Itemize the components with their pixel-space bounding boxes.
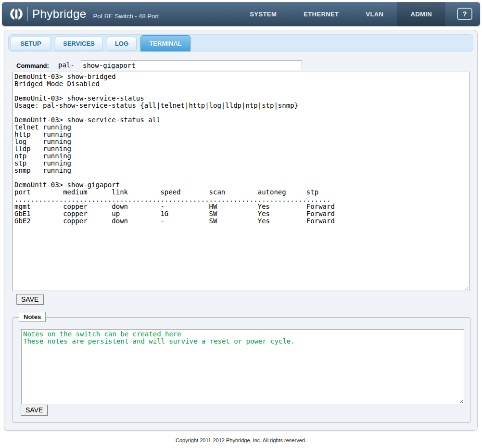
phybridge-logo-icon xyxy=(9,6,24,22)
command-input[interactable] xyxy=(81,60,302,70)
nav-menu: SYSTEM ETHERNET VLAN ADMIN ? xyxy=(236,2,480,26)
terminal-output-textarea[interactable]: DemoUnit-03> show-bridged Bridged Mode D… xyxy=(13,72,469,291)
nav-item-admin[interactable]: ADMIN xyxy=(397,2,445,26)
nav-item-ethernet[interactable]: ETHERNET xyxy=(290,2,352,26)
footer-copyright: Copyright 2011-2012 Phybridge, Inc. All … xyxy=(0,431,482,443)
nav-item-label: VLAN xyxy=(366,11,383,18)
tab-label: SERVICES xyxy=(63,40,95,47)
tab-label: TERMINAL xyxy=(149,40,181,47)
nav-item-label: ETHERNET xyxy=(304,11,339,18)
save-notes-button[interactable]: SAVE xyxy=(21,405,48,415)
nav-item-label: SYSTEM xyxy=(250,11,277,18)
save-command-button[interactable]: SAVE xyxy=(16,294,43,305)
brand-divider xyxy=(27,7,28,21)
notes-textarea[interactable]: Notes on the switch can be created here … xyxy=(21,329,464,404)
question-mark-icon: ? xyxy=(463,10,467,18)
brand-name: Phybridge xyxy=(32,7,87,21)
command-prefix: pal- xyxy=(58,61,75,69)
notes-legend: Notes xyxy=(19,312,46,322)
tab-label: LOG xyxy=(115,40,128,47)
tab-label: SETUP xyxy=(20,40,41,47)
help-button[interactable]: ? xyxy=(457,8,472,20)
command-label: Command: xyxy=(16,62,49,69)
nav-item-system[interactable]: SYSTEM xyxy=(236,2,290,26)
brand: Phybridge PoLRE Switch - 48 Port xyxy=(2,2,159,26)
tab-strip: SETUP SERVICES LOG TERMINAL xyxy=(8,34,473,51)
tab-services[interactable]: SERVICES xyxy=(55,37,103,51)
device-subtitle: PoLRE Switch - 48 Port xyxy=(93,13,159,20)
tab-setup[interactable]: SETUP xyxy=(11,37,51,51)
main-panel: SETUP SERVICES LOG TERMINAL Command: pal… xyxy=(4,30,478,431)
page: Phybridge PoLRE Switch - 48 Port SYSTEM … xyxy=(0,0,482,448)
nav-item-vlan[interactable]: VLAN xyxy=(352,2,397,26)
notes-fieldset: Notes Notes on the switch can be created… xyxy=(13,317,470,423)
nav-item-label: ADMIN xyxy=(410,11,432,18)
tab-log[interactable]: LOG xyxy=(107,37,137,51)
top-navbar: Phybridge PoLRE Switch - 48 Port SYSTEM … xyxy=(2,2,480,26)
tab-terminal[interactable]: TERMINAL xyxy=(140,35,190,51)
